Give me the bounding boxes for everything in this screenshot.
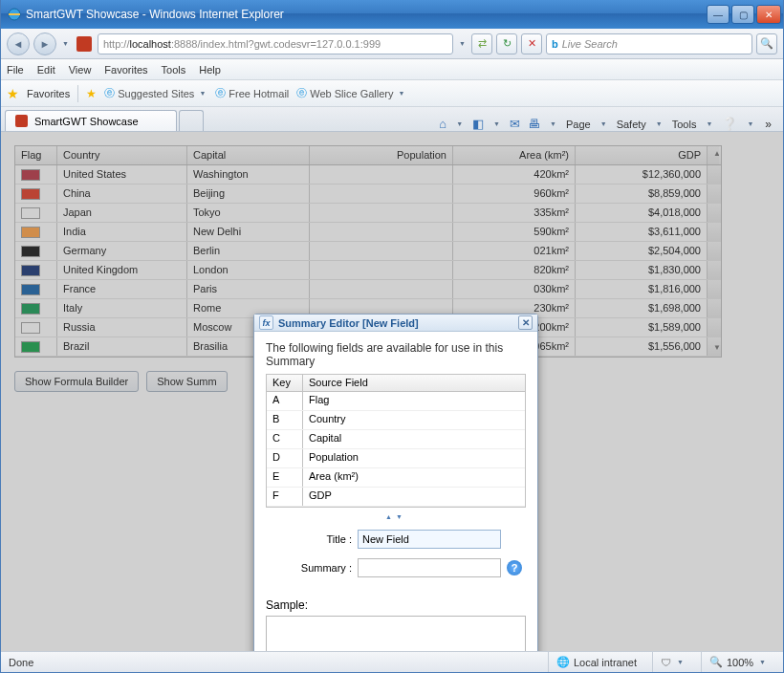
favorites-label[interactable]: Favorites [27, 88, 70, 99]
nav-bar: ◄ ► ▼ http://localhost:8888/index.html?g… [1, 29, 783, 59]
cell-key: F [267, 488, 303, 506]
site-icon [76, 36, 92, 52]
page-menu[interactable]: Page [566, 119, 591, 130]
dialog-message: The following fields are available for u… [266, 341, 526, 368]
suggested-sites-link[interactable]: ⓔSuggested Sites ▼ [104, 86, 207, 100]
protected-mode-icon[interactable]: 🛡 [661, 657, 671, 668]
feed-icon[interactable]: ◧ [472, 117, 484, 131]
list-item[interactable]: FGDP [267, 488, 525, 507]
list-item[interactable]: CCapital [267, 430, 525, 449]
tab-strip: SmartGWT Showcase ⌂▼ ◧▼ ✉ 🖶▼ Page▼ Safet… [1, 107, 783, 132]
menu-bar: File Edit View Favorites Tools Help [1, 59, 783, 80]
address-dropdown-icon[interactable]: ▼ [459, 40, 466, 47]
free-hotmail-link[interactable]: ⓔFree Hotmail [215, 86, 289, 100]
menu-edit[interactable]: Edit [37, 64, 55, 76]
menu-tools[interactable]: Tools [162, 64, 186, 76]
status-bar: Done 🌐Local intranet 🛡▼ 🔍100% ▼ [1, 651, 783, 672]
address-bar[interactable]: http://localhost:8888/index.html?gwt.cod… [98, 33, 453, 54]
fx-icon: fx [259, 315, 273, 330]
title-input[interactable] [358, 530, 501, 549]
window-title: SmartGWT Showcase - Windows Internet Exp… [26, 8, 707, 21]
ie-icon: ⓔ [215, 86, 226, 100]
web-slice-link[interactable]: ⓔWeb Slice Gallery ▼ [296, 86, 406, 100]
field-key-grid: Key Source Field AFlagBCountryCCapitalDP… [266, 374, 526, 508]
safety-menu[interactable]: Safety [617, 119, 646, 130]
chevron-right-icon[interactable]: » [763, 118, 772, 131]
list-item[interactable]: EArea (km²) [267, 468, 525, 488]
mail-icon[interactable]: ✉ [510, 117, 520, 131]
star-icon: ★ [86, 87, 97, 100]
summary-editor-dialog: fx Summary Editor [New Field] ✕ The foll… [253, 314, 538, 651]
title-label: Title : [266, 533, 352, 545]
history-dropdown-icon[interactable]: ▼ [62, 40, 69, 47]
cell-key: C [267, 430, 303, 448]
menu-view[interactable]: View [69, 64, 92, 76]
dialog-close-button[interactable]: ✕ [518, 315, 533, 330]
cell-key: E [267, 468, 303, 487]
zone-label: Local intranet [574, 657, 637, 668]
dialog-titlebar: fx Summary Editor [New Field] ✕ [254, 315, 537, 332]
dialog-title: Summary Editor [New Field] [278, 317, 419, 329]
minimize-button[interactable]: — [707, 5, 730, 24]
tab-label: SmartGWT Showcase [34, 116, 139, 127]
keygrid-col-source[interactable]: Source Field [303, 375, 525, 391]
favorites-bar: ★ Favorites ★ ⓔSuggested Sites ▼ ⓔFree H… [1, 80, 783, 107]
sample-label: Sample: [266, 598, 526, 612]
list-item[interactable]: AFlag [267, 392, 525, 411]
cell-source: Area (km²) [303, 468, 525, 487]
cell-source: Capital [303, 430, 525, 448]
summary-input[interactable] [358, 558, 501, 577]
titlebar: SmartGWT Showcase - Windows Internet Exp… [1, 0, 783, 29]
cell-source: GDP [303, 488, 525, 506]
ie-icon [7, 7, 22, 22]
menu-file[interactable]: File [7, 64, 24, 76]
maximize-button[interactable]: ▢ [731, 5, 754, 24]
print-icon[interactable]: 🖶 [528, 117, 540, 131]
zoom-label: 100% [727, 657, 753, 668]
refresh-button[interactable]: ↻ [496, 33, 517, 54]
home-icon[interactable]: ⌂ [439, 117, 446, 131]
ie-icon: ⓔ [296, 86, 307, 100]
cell-key: D [267, 449, 303, 467]
summary-label: Summary : [266, 562, 352, 574]
stop-button[interactable]: ✕ [521, 33, 542, 54]
tab-smartgwt-showcase[interactable]: SmartGWT Showcase [5, 110, 177, 131]
sample-output [266, 616, 526, 651]
globe-icon: 🌐 [556, 656, 570, 668]
list-item[interactable]: DPopulation [267, 449, 525, 468]
back-button[interactable]: ◄ [7, 33, 30, 55]
keygrid-col-key[interactable]: Key [267, 375, 303, 391]
bing-icon: b [552, 38, 558, 50]
cell-source: Flag [303, 392, 525, 410]
compat-button[interactable]: ⇄ [471, 33, 492, 54]
status-text: Done [9, 657, 33, 668]
content-area: Flag Country Capital Population Area (km… [1, 132, 783, 651]
ie-icon: ⓔ [104, 86, 115, 100]
search-button[interactable]: 🔍 [756, 33, 777, 54]
menu-help[interactable]: Help [199, 64, 221, 76]
search-box[interactable]: b Live Search [546, 33, 752, 54]
list-item[interactable]: BCountry [267, 411, 525, 430]
site-icon [15, 115, 28, 127]
star-icon: ★ [7, 86, 19, 101]
cell-key: A [267, 392, 303, 410]
search-placeholder: Live Search [562, 38, 618, 50]
menu-favorites[interactable]: Favorites [104, 64, 147, 76]
resizer-icon[interactable]: ▲▼ [266, 513, 526, 520]
cell-source: Population [303, 449, 525, 467]
forward-button[interactable]: ► [33, 33, 56, 55]
new-tab-button[interactable] [179, 110, 204, 131]
tools-menu[interactable]: Tools [672, 119, 697, 130]
close-button[interactable]: ✕ [756, 5, 781, 24]
zoom-icon[interactable]: 🔍 [709, 656, 723, 668]
help-icon[interactable]: ❔ [722, 117, 737, 131]
cell-source: Country [303, 411, 525, 429]
cell-key: B [267, 411, 303, 429]
help-icon[interactable]: ? [507, 560, 522, 575]
